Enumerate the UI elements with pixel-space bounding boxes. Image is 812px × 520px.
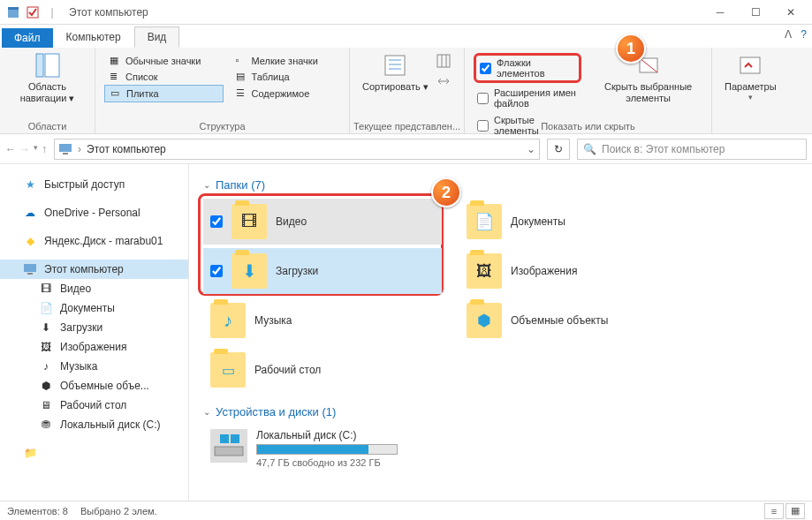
collapse-ribbon-icon[interactable]: ᐱ xyxy=(785,28,792,41)
folder-documents[interactable]: 📄 Документы xyxy=(459,199,698,245)
sidebar-local-disk-c[interactable]: ⛃Локальный диск (C:) xyxy=(0,415,188,434)
folder-music[interactable]: ♪ Музыка xyxy=(203,298,442,343)
item-checkboxes-toggle[interactable]: Флажки элементов xyxy=(474,53,581,83)
address-dropdown-icon[interactable]: ⌄ xyxy=(527,143,535,155)
sidebar-videos[interactable]: 🎞Видео xyxy=(0,279,188,298)
folder-videos[interactable]: 🎞 Видео xyxy=(203,199,442,245)
hide-selected-button[interactable]: Скрыть выбранные элементы xyxy=(592,49,704,106)
drives-header[interactable]: ⌄ Устройства и диски (1) xyxy=(203,405,798,418)
folder-pictures[interactable]: 🖼 Изображения xyxy=(459,248,698,294)
folders-header[interactable]: ⌄ Папки (7) xyxy=(203,178,798,192)
ribbon: Область навигации ▾ Области ▦Обычные зна… xyxy=(0,48,812,134)
pc-icon xyxy=(58,142,72,156)
drive-name: Локальный диск (C:) xyxy=(256,429,398,441)
forward-button[interactable]: → xyxy=(19,143,30,155)
layout-small-icons[interactable]: ▫Мелкие значки xyxy=(231,53,340,69)
size-columns-icon[interactable] xyxy=(436,73,452,92)
layout-medium-icons[interactable]: ▦Обычные значки xyxy=(104,53,224,69)
view-details-button[interactable]: ≡ xyxy=(764,503,784,519)
recent-button[interactable]: ▾ xyxy=(34,143,38,155)
window-title: Этот компьютер xyxy=(69,6,148,19)
ribbon-tabs: Файл Компьютер Вид ᐱ ? xyxy=(0,25,812,48)
tab-computer[interactable]: Компьютер xyxy=(53,26,134,48)
close-button[interactable]: ✕ xyxy=(773,0,808,25)
sidebar-pictures[interactable]: 🖼Изображения xyxy=(0,337,188,357)
options-button[interactable]: Параметры ▾ xyxy=(719,49,782,104)
add-columns-icon[interactable] xyxy=(436,53,452,72)
folder-icon: ♪ xyxy=(210,303,246,338)
sidebar-downloads[interactable]: ⬇Загрузки xyxy=(0,318,188,337)
sidebar-desktop[interactable]: 🖥Рабочий стол xyxy=(0,396,188,415)
folder-icon: ▭ xyxy=(210,352,246,388)
nav-pane-button[interactable]: Область навигации ▾ xyxy=(7,49,87,106)
status-selection: Выбрано 2 элем. xyxy=(80,506,157,516)
sort-icon xyxy=(381,51,409,79)
drive-icon xyxy=(210,429,247,463)
file-extensions-checkbox[interactable] xyxy=(477,93,489,104)
sidebar-onedrive[interactable]: ☁OneDrive - Personal xyxy=(0,203,188,222)
svg-rect-5 xyxy=(385,56,405,75)
drive-free-text: 47,7 ГБ свободно из 232 ГБ xyxy=(256,457,398,468)
group-layout-label: Структура xyxy=(95,121,349,132)
sort-button[interactable]: Сортировать ▾ xyxy=(357,49,434,94)
folder-desktop[interactable]: ▭ Рабочий стол xyxy=(203,347,442,393)
app-icon xyxy=(6,5,20,19)
svg-rect-3 xyxy=(36,54,43,77)
back-button[interactable]: ← xyxy=(5,143,16,155)
folder-downloads[interactable]: ⬇ Загрузки xyxy=(203,248,442,294)
item-checkboxes-checkbox[interactable] xyxy=(480,63,491,74)
layout-content[interactable]: ☰Содержимое xyxy=(231,85,340,102)
folder-downloads-checkbox[interactable] xyxy=(210,265,223,277)
sidebar-music[interactable]: ♪Музыка xyxy=(0,357,188,376)
svg-rect-0 xyxy=(8,10,19,18)
layout-list[interactable]: ≣Список xyxy=(104,69,224,85)
layout-tiles[interactable]: ▭Плитка xyxy=(104,85,224,102)
minimize-button[interactable]: ─ xyxy=(702,0,738,25)
folder-icon: 🎞 xyxy=(231,204,267,239)
sidebar-more[interactable]: 📁 xyxy=(0,443,188,463)
search-placeholder: Поиск в: Этот компьютер xyxy=(602,143,725,155)
sidebar-yandex-disk[interactable]: ◆Яндекс.Диск - marabu01 xyxy=(0,231,188,251)
svg-rect-17 xyxy=(24,264,36,272)
svg-rect-20 xyxy=(220,434,229,443)
layout-details[interactable]: ▤Таблица xyxy=(231,69,340,85)
sidebar-this-pc[interactable]: Этот компьютер xyxy=(0,260,188,279)
svg-rect-18 xyxy=(27,273,33,275)
folder-icon: 🖼 xyxy=(467,253,502,289)
sidebar-documents[interactable]: 📄Документы xyxy=(0,298,188,318)
sidebar-quick-access[interactable]: ★Быстрый доступ xyxy=(0,175,188,194)
qat-checkbox-icon[interactable] xyxy=(26,5,40,19)
folder-3d-objects[interactable]: ⬢ Объемные объекты xyxy=(459,298,698,343)
group-panes-label: Области xyxy=(0,121,95,132)
status-bar: Элементов: 8 Выбрано 2 элем. ≡ ▦ xyxy=(0,501,812,520)
drive-usage-bar xyxy=(256,444,398,455)
address-box[interactable]: › Этот компьютер ⌄ xyxy=(54,139,540,160)
nav-sidebar: ★Быстрый доступ ☁OneDrive - Personal ◆Ян… xyxy=(0,164,189,501)
view-icons-button[interactable]: ▦ xyxy=(785,503,805,519)
content-area: ⌄ Папки (7) 2 🎞 Видео 📄 Документы ⬇ Загр… xyxy=(189,164,812,501)
annotation-badge-1: 1 xyxy=(616,34,646,64)
svg-rect-21 xyxy=(231,434,239,443)
drive-c[interactable]: Локальный диск (C:) 47,7 ГБ свободно из … xyxy=(203,426,798,471)
help-icon[interactable]: ? xyxy=(801,28,807,41)
group-current-label: Текущее представлен... xyxy=(350,121,464,132)
sidebar-3d-objects[interactable]: ⬢Объемные объе... xyxy=(0,376,188,396)
maximize-button[interactable]: ☐ xyxy=(738,0,773,25)
folder-icon: ⬢ xyxy=(467,303,502,338)
chevron-down-icon: ⌄ xyxy=(203,407,210,417)
qat-divider: | xyxy=(45,5,59,19)
folder-videos-checkbox[interactable] xyxy=(210,215,223,228)
svg-rect-15 xyxy=(59,144,72,152)
options-icon xyxy=(736,51,764,79)
file-extensions-toggle[interactable]: Расширения имен файлов xyxy=(474,86,581,110)
up-button[interactable]: ↑ xyxy=(42,143,47,155)
svg-rect-9 xyxy=(437,55,450,67)
tab-view[interactable]: Вид xyxy=(134,26,180,48)
refresh-button[interactable]: ↻ xyxy=(547,139,570,160)
svg-rect-4 xyxy=(45,54,59,77)
folder-icon: ⬇ xyxy=(231,253,267,289)
search-box[interactable]: 🔍 Поиск в: Этот компьютер xyxy=(577,139,807,160)
address-path[interactable]: Этот компьютер xyxy=(87,143,166,155)
pc-icon xyxy=(23,262,37,276)
tab-file[interactable]: Файл xyxy=(2,28,53,48)
